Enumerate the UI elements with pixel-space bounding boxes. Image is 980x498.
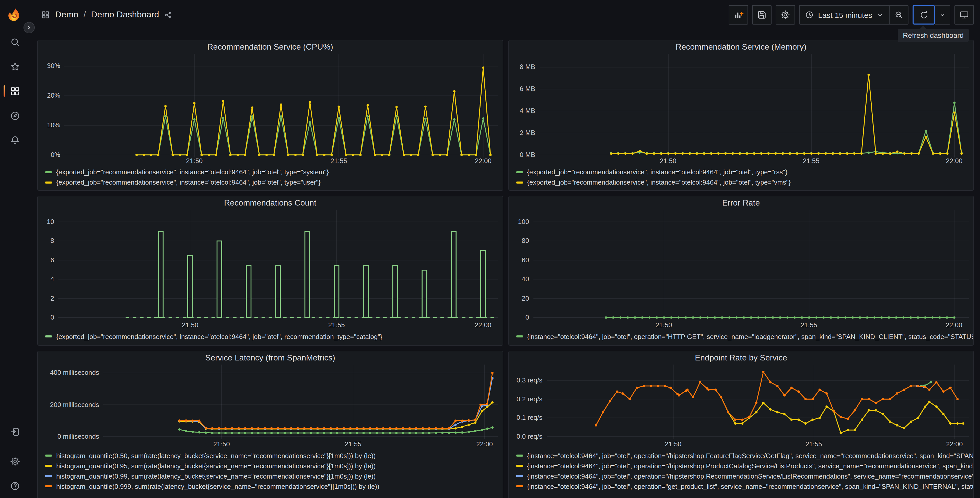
x-tick-label: 21:50 <box>181 321 198 329</box>
sidebar-item-explore[interactable] <box>0 103 30 128</box>
chart-plot[interactable] <box>58 210 497 320</box>
y-tick-label: 0.2 req/s <box>517 395 542 403</box>
zoom-out-button[interactable] <box>889 5 908 24</box>
sidebar-item-sign-in[interactable] <box>0 419 30 444</box>
panel-endpoint-rate-by-service: Endpoint Rate by Service 0.0 req/s0.1 re… <box>508 351 974 498</box>
legend-swatch <box>45 181 52 183</box>
legend-item[interactable]: histogram_quantile(0.999, sum(rate(laten… <box>45 481 500 492</box>
chart-plot[interactable] <box>539 53 968 156</box>
x-tick-label: 21:55 <box>345 440 361 448</box>
legend-swatch <box>45 475 52 477</box>
sidebar-item-help[interactable] <box>0 474 30 498</box>
x-tick-label: 21:50 <box>213 440 230 448</box>
chart-plot[interactable] <box>533 210 968 320</box>
time-range-label: Last 15 minutes <box>818 11 872 19</box>
panel-title[interactable]: Endpoint Rate by Service <box>509 351 974 364</box>
legend: {instance="otelcol:9464", job="otel", op… <box>509 449 974 495</box>
legend-item[interactable]: {exported_job="recommendationservice", i… <box>45 167 500 177</box>
x-tick-label: 22:00 <box>946 440 963 448</box>
panel-title[interactable]: Recommendation Service (Memory) <box>509 40 974 53</box>
y-tick-label: 6 <box>51 256 54 263</box>
dashboard-settings-button[interactable] <box>776 5 795 24</box>
legend-item[interactable]: histogram_quantile(0.50, sum(rate(latenc… <box>45 450 500 461</box>
legend: {instance="otelcol:9464", job="otel", op… <box>509 329 974 345</box>
legend-item[interactable]: {instance="otelcol:9464", job="otel", op… <box>516 481 970 492</box>
share-icon[interactable] <box>164 11 173 19</box>
x-tick-label: 21:55 <box>801 321 817 329</box>
panel-title[interactable]: Error Rate <box>509 196 974 210</box>
legend-swatch <box>45 171 52 173</box>
y-tick-label: 8 MB <box>520 63 535 70</box>
sidebar-item-dashboards[interactable] <box>0 79 30 103</box>
y-tick-label: 0.0 req/s <box>517 433 542 440</box>
refresh-interval-dropdown[interactable] <box>935 5 950 24</box>
legend-item[interactable]: {exported_job="recommendationservice", i… <box>45 331 500 342</box>
x-axis: 21:5021:5522:00 <box>103 439 503 449</box>
y-axis: 0.0 req/s0.1 req/s0.2 req/s0.3 req/s <box>514 364 546 439</box>
legend-label: {instance="otelcol:9464", job="otel", op… <box>527 462 974 469</box>
sidebar-item-search[interactable] <box>0 30 30 54</box>
bell-icon <box>10 135 20 145</box>
chart-plot[interactable] <box>64 53 497 156</box>
breadcrumb: Demo / Demo Dashboard <box>41 10 173 20</box>
x-tick-label: 21:55 <box>805 440 822 448</box>
refresh-dashboard-button[interactable] <box>913 5 935 24</box>
breadcrumb-dashboard[interactable]: Demo Dashboard <box>91 10 159 20</box>
dashboard-grid: Recommendation Service (CPU%) 0%10%20%30… <box>30 30 980 498</box>
legend-item[interactable]: {instance="otelcol:9464", job="otel", op… <box>516 461 970 471</box>
legend: histogram_quantile(0.50, sum(rate(latenc… <box>38 449 503 495</box>
panel-title[interactable]: Recommendation Service (CPU%) <box>38 40 503 53</box>
legend-label: {exported_job="recommendationservice", i… <box>56 179 321 186</box>
panel-error-rate: Error Rate 020406080100 21:5021:5522:00 … <box>508 196 974 346</box>
legend: {exported_job="recommendationservice", i… <box>38 329 503 345</box>
legend-label: {instance="otelcol:9464", job="otel", op… <box>527 333 974 340</box>
y-tick-label: 20 <box>522 294 529 302</box>
legend-swatch <box>516 485 523 487</box>
y-tick-label: 0 milliseconds <box>57 433 99 440</box>
legend-item[interactable]: {instance="otelcol:9464", job="otel", op… <box>516 471 970 481</box>
legend-swatch <box>45 335 52 337</box>
legend-item[interactable]: {exported_job="recommendationservice", i… <box>45 177 500 187</box>
panel-title[interactable]: Recommendations Count <box>38 196 503 210</box>
sidebar-item-alerting[interactable] <box>0 128 30 152</box>
legend-item[interactable]: histogram_quantile(0.99, sum(rate(latenc… <box>45 471 500 481</box>
breadcrumb-folder[interactable]: Demo <box>55 10 78 20</box>
search-icon <box>10 37 20 47</box>
legend-item[interactable]: {exported_job="recommendationservice", i… <box>516 167 970 177</box>
time-range-picker[interactable]: Last 15 minutes <box>799 5 889 24</box>
add-panel-icon <box>733 10 744 20</box>
save-dashboard-button[interactable] <box>752 5 772 24</box>
chart-canvas <box>533 210 969 320</box>
y-tick-label: 6 MB <box>520 85 535 93</box>
legend-item[interactable]: {exported_job="recommendationservice", i… <box>516 177 970 187</box>
y-axis: 0%10%20%30% <box>43 53 64 156</box>
chart-canvas <box>64 53 498 157</box>
y-tick-label: 400 milliseconds <box>50 369 99 377</box>
x-tick-label: 22:00 <box>476 440 493 448</box>
refresh-tooltip: Refresh dashboard <box>898 29 969 42</box>
save-icon <box>757 10 767 20</box>
chart-plot[interactable] <box>103 364 497 439</box>
legend-item[interactable]: {instance="otelcol:9464", job="otel", op… <box>516 331 970 342</box>
panel-title[interactable]: Service Latency (from SpanMetrics) <box>38 351 503 364</box>
y-tick-label: 20% <box>47 91 60 99</box>
x-tick-label: 22:00 <box>475 321 491 329</box>
y-tick-label: 0 <box>525 313 529 321</box>
sidebar-item-configuration[interactable] <box>0 449 30 474</box>
x-tick-label: 21:50 <box>665 440 681 448</box>
add-panel-button[interactable] <box>729 5 748 24</box>
sidebar-item-starred[interactable] <box>0 54 30 79</box>
sidebar-expand-button[interactable] <box>24 22 35 33</box>
chart-canvas <box>103 364 498 439</box>
y-tick-label: 0% <box>51 150 60 158</box>
chevron-right-icon <box>25 24 33 31</box>
x-axis: 21:5021:5522:00 <box>539 156 974 165</box>
refresh-group <box>913 5 950 24</box>
y-tick-label: 2 <box>51 294 54 302</box>
cycle-view-mode-button[interactable] <box>955 5 974 24</box>
legend-item[interactable]: histogram_quantile(0.95, sum(rate(latenc… <box>45 461 500 471</box>
chart-canvas <box>546 364 969 439</box>
caret-down-icon <box>939 11 946 19</box>
chart-plot[interactable] <box>546 364 968 439</box>
legend-item[interactable]: {instance="otelcol:9464", job="otel", op… <box>516 450 970 461</box>
